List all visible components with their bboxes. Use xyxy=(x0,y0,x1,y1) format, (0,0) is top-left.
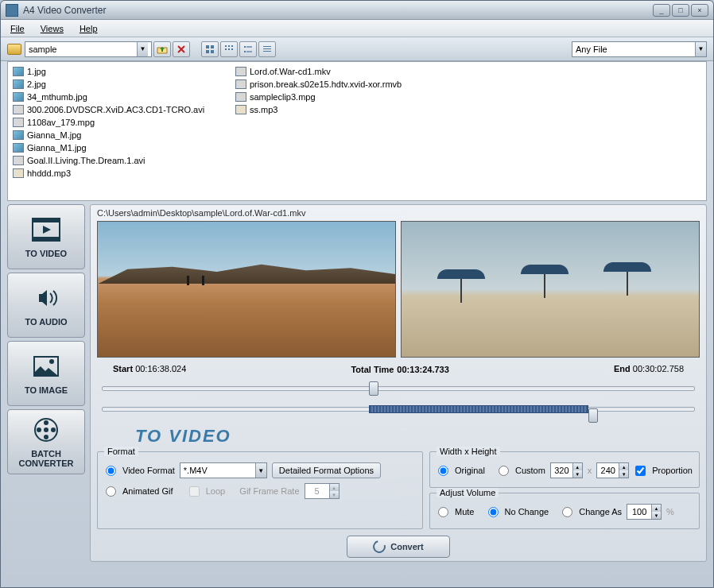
svg-rect-15 xyxy=(263,48,271,49)
file-name: 2.jpg xyxy=(27,79,46,89)
convert-button[interactable]: Convert xyxy=(347,536,450,558)
details-icon xyxy=(262,44,272,54)
to-audio-button[interactable]: TO AUDIO xyxy=(7,273,85,338)
file-item[interactable]: hhddd.mp3 xyxy=(11,167,234,180)
app-icon xyxy=(6,4,18,17)
format-fieldset: Format Video Format *.M4V ▼ Detailed For… xyxy=(97,451,423,529)
svg-rect-6 xyxy=(231,45,233,47)
to-image-button[interactable]: TO IMAGE xyxy=(7,341,85,406)
sidebar-label: TO VIDEO xyxy=(25,249,67,258)
preview-start[interactable] xyxy=(97,221,396,358)
speaker-icon xyxy=(29,284,63,312)
svg-rect-7 xyxy=(225,48,227,50)
img-file-icon xyxy=(13,67,24,76)
svg-rect-14 xyxy=(263,46,271,47)
file-item[interactable]: 1.jpg xyxy=(11,65,234,78)
chevron-down-icon: ▼ xyxy=(255,463,266,478)
nochange-label: No Change xyxy=(505,507,549,516)
loop-checkbox[interactable] xyxy=(189,486,200,497)
menu-views[interactable]: Views xyxy=(41,24,64,33)
list-icon xyxy=(243,44,253,54)
selection-slider[interactable] xyxy=(102,400,695,420)
file-filter-dropdown[interactable]: Any File ▼ xyxy=(572,41,707,57)
gif-rate-spinner[interactable]: 5 ▲▼ xyxy=(305,483,340,499)
volume-spinner[interactable]: 100 ▲▼ xyxy=(627,504,662,520)
file-item[interactable]: Gianna_M.jpg xyxy=(11,129,234,141)
img-file-icon xyxy=(13,143,24,153)
close-button[interactable]: × xyxy=(691,4,708,17)
file-item[interactable]: 1108av_179.mpg xyxy=(11,116,234,129)
vid-file-icon xyxy=(13,105,24,114)
minimize-button[interactable]: _ xyxy=(653,4,670,17)
view-large-icons-button[interactable] xyxy=(201,41,219,57)
file-item[interactable]: ss.mp3 xyxy=(234,103,456,116)
path-dropdown[interactable]: sample ▼ xyxy=(25,41,152,57)
file-item[interactable]: sampleclip3.mpg xyxy=(234,91,456,103)
maximize-button[interactable]: □ xyxy=(672,4,689,17)
file-item[interactable]: 34_mthumb.jpg xyxy=(11,91,234,103)
svg-rect-3 xyxy=(211,50,214,53)
aud-file-icon xyxy=(13,168,24,178)
size-legend: Width x Height xyxy=(437,447,500,456)
svg-rect-4 xyxy=(225,45,227,47)
svg-rect-9 xyxy=(231,48,233,50)
convert-icon xyxy=(371,538,388,555)
format-dropdown[interactable]: *.M4V ▼ xyxy=(180,462,267,478)
proportion-checkbox[interactable] xyxy=(635,466,646,476)
view-details-button[interactable] xyxy=(258,41,276,57)
svg-point-21 xyxy=(49,359,54,364)
file-name: 1108av_179.mpg xyxy=(27,118,95,127)
mute-label: Mute xyxy=(455,507,474,516)
file-name: 1.jpg xyxy=(27,67,46,76)
view-list-button[interactable] xyxy=(239,41,257,57)
vid-file-icon xyxy=(13,156,24,165)
file-item[interactable]: Goal.II.Living.The.Dream.1.avi xyxy=(11,154,234,167)
svg-rect-19 xyxy=(33,237,60,241)
size-custom-radio[interactable] xyxy=(499,466,509,476)
detailed-options-button[interactable]: Detailed Format Options xyxy=(272,462,381,478)
format-value: *.M4V xyxy=(184,466,208,475)
height-value: 240 xyxy=(597,466,619,475)
svg-point-26 xyxy=(37,427,41,432)
small-grid-icon xyxy=(224,44,234,54)
range-slider[interactable] xyxy=(102,380,695,399)
gif-rate-value: 5 xyxy=(305,486,329,496)
file-item[interactable]: 2.jpg xyxy=(11,78,234,91)
svg-rect-16 xyxy=(263,51,271,52)
svg-rect-12 xyxy=(244,51,246,52)
changeas-radio[interactable] xyxy=(562,507,572,517)
start-time: 00:16:38.024 xyxy=(135,364,186,373)
image-icon xyxy=(29,352,63,381)
content-panel: C:\Users\admin\Desktop\sample\Lord.of.Wa… xyxy=(90,204,707,562)
vid-file-icon xyxy=(235,92,246,102)
preview-end[interactable] xyxy=(401,221,700,358)
video-format-radio[interactable] xyxy=(106,466,116,476)
width-spinner[interactable]: 320 ▲▼ xyxy=(550,462,583,478)
filter-value: Any File xyxy=(576,44,607,54)
file-item[interactable]: 300.2006.DVDSCR.XviD.AC3.CD1-TCRO.avi xyxy=(11,103,234,116)
svg-point-23 xyxy=(44,427,49,432)
batch-converter-button[interactable]: BATCH CONVERTER xyxy=(7,409,85,474)
delete-button[interactable] xyxy=(173,41,190,57)
mute-radio[interactable] xyxy=(438,507,448,517)
end-thumb[interactable] xyxy=(588,408,598,423)
animated-gif-radio[interactable] xyxy=(106,486,116,497)
end-time: 00:30:02.758 xyxy=(633,364,684,373)
nochange-radio[interactable] xyxy=(488,507,499,517)
img-file-icon xyxy=(13,92,24,102)
section-title: TO VIDEO xyxy=(135,426,700,447)
height-spinner[interactable]: 240 ▲▼ xyxy=(596,462,629,478)
menu-help[interactable]: Help xyxy=(80,24,98,33)
file-item[interactable]: Lord.of.War-cd1.mkv xyxy=(234,65,456,78)
chevron-down-icon: ▼ xyxy=(137,42,148,56)
size-original-radio[interactable] xyxy=(438,466,448,476)
start-thumb[interactable] xyxy=(369,381,378,396)
menu-file[interactable]: File xyxy=(10,24,25,33)
sidebar-label: TO IMAGE xyxy=(25,385,68,395)
to-video-button[interactable]: TO VIDEO xyxy=(7,204,85,269)
file-name: hhddd.mp3 xyxy=(27,168,71,178)
view-small-icons-button[interactable] xyxy=(220,41,238,57)
file-item[interactable]: prison.break.s02e15.hdtv.xvid-xor.rmvb xyxy=(234,78,456,91)
up-folder-button[interactable] xyxy=(153,41,171,57)
file-item[interactable]: Gianna_M1.jpg xyxy=(11,141,234,154)
